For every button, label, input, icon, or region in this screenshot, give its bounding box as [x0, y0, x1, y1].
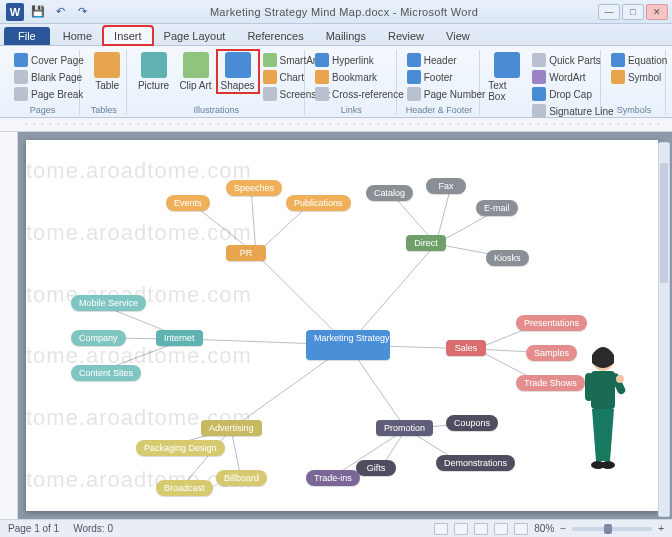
title-bar: W 💾 ↶ ↷ Marketing Strategy Mind Map.docx… [0, 0, 672, 24]
svg-point-30 [616, 375, 624, 383]
view-draft[interactable] [514, 523, 528, 535]
ribbon-clip-art-button[interactable]: Clip Art [177, 52, 215, 91]
mindmap-node-kiosks[interactable]: Kiosks [486, 250, 529, 266]
view-outline[interactable] [494, 523, 508, 535]
equation-icon [611, 53, 625, 67]
mindmap-node-direct[interactable]: Direct [406, 235, 446, 251]
mindmap-node-catalog[interactable]: Catalog [366, 185, 413, 201]
hyperlink-icon [315, 53, 329, 67]
mindmap-node-content-sites[interactable]: Content Sites [71, 365, 141, 381]
ribbon-group-label: Links [313, 105, 390, 115]
mindmap-node-sales[interactable]: Sales [446, 340, 486, 356]
vertical-scrollbar[interactable] [658, 142, 670, 517]
file-tab[interactable]: File [4, 27, 50, 45]
ribbon-bookmark-button[interactable]: Bookmark [313, 69, 406, 85]
mindmap-node-trade-shows[interactable]: Trade Shows [516, 375, 585, 391]
ribbon-blank-page-button[interactable]: Blank Page [12, 69, 86, 85]
ribbon-page-break-button[interactable]: Page Break [12, 86, 86, 102]
mindmap-node-e-mail[interactable]: E-mail [476, 200, 518, 216]
ribbon-cover-page-button[interactable]: Cover Page [12, 52, 86, 68]
ribbon-group-links: HyperlinkBookmarkCross-referenceLinks [307, 50, 397, 115]
view-reading[interactable] [454, 523, 468, 535]
quick-access-toolbar: 💾 ↶ ↷ [30, 4, 90, 20]
mindmap-node-publications[interactable]: Publications [286, 195, 351, 211]
ribbon-symbol-button[interactable]: Symbol [609, 69, 669, 85]
tab-review[interactable]: Review [377, 26, 435, 45]
mindmap-node-marketing-strategy[interactable]: Marketing Strategy [306, 330, 390, 360]
mindmap-node-gifts[interactable]: Gifts [356, 460, 396, 476]
mindmap-node-fax[interactable]: Fax [426, 178, 466, 194]
ribbon-header-button[interactable]: Header [405, 52, 488, 68]
mindmap-node-demonstrations[interactable]: Demonstrations [436, 455, 515, 471]
cross-reference-icon [315, 87, 329, 101]
ribbon-group-label: Illustrations [135, 105, 299, 115]
tab-mailings[interactable]: Mailings [315, 26, 377, 45]
scrollbar-thumb[interactable] [660, 163, 668, 283]
undo-button[interactable]: ↶ [52, 4, 68, 20]
ribbon-text-box-button[interactable]: Text Box [488, 52, 526, 102]
mindmap-node-events[interactable]: Events [166, 195, 210, 211]
ribbon-group-header-footer: HeaderFooterPage NumberHeader & Footer [399, 50, 480, 115]
ribbon-group-symbols: EquationSymbolSymbols [603, 50, 666, 115]
tab-page-layout[interactable]: Page Layout [153, 26, 237, 45]
svg-point-32 [601, 461, 615, 469]
close-button[interactable]: ✕ [646, 4, 668, 20]
view-print-layout[interactable] [434, 523, 448, 535]
ribbon-group-label: Symbols [609, 105, 659, 115]
ribbon-cross-reference-button[interactable]: Cross-reference [313, 86, 406, 102]
mindmap-node-coupons[interactable]: Coupons [446, 415, 498, 431]
window-controls: — □ ✕ [598, 4, 668, 20]
redo-button[interactable]: ↷ [74, 4, 90, 20]
tab-references[interactable]: References [236, 26, 314, 45]
mindmap-node-pr[interactable]: PR [226, 245, 266, 261]
mindmap-node-trade-ins[interactable]: Trade-ins [306, 470, 360, 486]
app-icon: W [6, 3, 24, 21]
mindmap-node-mobile-service[interactable]: Mobile Service [71, 295, 146, 311]
minimize-button[interactable]: — [598, 4, 620, 20]
smartart-icon [263, 53, 277, 67]
mindmap-node-packaging-design[interactable]: Packaging Design [136, 440, 225, 456]
mindmap-node-promotion[interactable]: Promotion [376, 420, 433, 436]
mindmap-node-samples[interactable]: Samples [526, 345, 577, 361]
ribbon-footer-button[interactable]: Footer [405, 69, 488, 85]
signature-line-icon [532, 104, 546, 118]
window-title: Marketing Strategy Mind Map.docx - Micro… [90, 6, 598, 18]
mindmap-node-billboard[interactable]: Billboard [216, 470, 267, 486]
mindmap-node-broadcast[interactable]: Broadcast [156, 480, 213, 496]
save-button[interactable]: 💾 [30, 4, 46, 20]
mindmap-node-internet[interactable]: Internet [156, 330, 203, 346]
shapes-icon [225, 52, 251, 78]
zoom-in[interactable]: + [658, 523, 664, 534]
page-scroll[interactable]: tome.aroadtome.comtome.aroadtome.comtome… [18, 132, 672, 519]
picture-icon [141, 52, 167, 78]
zoom-slider[interactable] [572, 527, 652, 531]
clipart-businesswoman[interactable] [568, 341, 638, 481]
ribbon-equation-button[interactable]: Equation [609, 52, 669, 68]
mindmap-node-company[interactable]: Company [71, 330, 126, 346]
zoom-out[interactable]: − [560, 523, 566, 534]
ribbon-shapes-button[interactable]: Shapes [219, 52, 257, 91]
view-web[interactable] [474, 523, 488, 535]
tab-home[interactable]: Home [52, 26, 103, 45]
page-canvas[interactable]: tome.aroadtome.comtome.aroadtome.comtome… [26, 140, 658, 511]
clip-art-icon [183, 52, 209, 78]
ribbon-table-button[interactable]: Table [88, 52, 126, 91]
mindmap-node-presentations[interactable]: Presentations [516, 315, 587, 331]
ribbon-group-text: Text BoxQuick PartsWordArtDrop CapSignat… [482, 50, 601, 115]
mindmap-node-speeches[interactable]: Speeches [226, 180, 282, 196]
ribbon-hyperlink-button[interactable]: Hyperlink [313, 52, 406, 68]
ribbon-group-illustrations: PictureClip ArtShapesSmartArtChartScreen… [129, 50, 306, 115]
mindmap-node-advertising[interactable]: Advertising [201, 420, 262, 436]
wordart-icon [532, 70, 546, 84]
ribbon: Cover PageBlank PagePage BreakPagesTable… [0, 46, 672, 118]
ribbon-page-number-button[interactable]: Page Number [405, 86, 488, 102]
zoom-knob[interactable] [604, 524, 612, 534]
cover-page-icon [14, 53, 28, 67]
tab-view[interactable]: View [435, 26, 481, 45]
tab-insert[interactable]: Insert [103, 26, 153, 45]
footer-icon [407, 70, 421, 84]
symbol-icon [611, 70, 625, 84]
text-box-icon [494, 52, 520, 78]
maximize-button[interactable]: □ [622, 4, 644, 20]
ribbon-picture-button[interactable]: Picture [135, 52, 173, 91]
